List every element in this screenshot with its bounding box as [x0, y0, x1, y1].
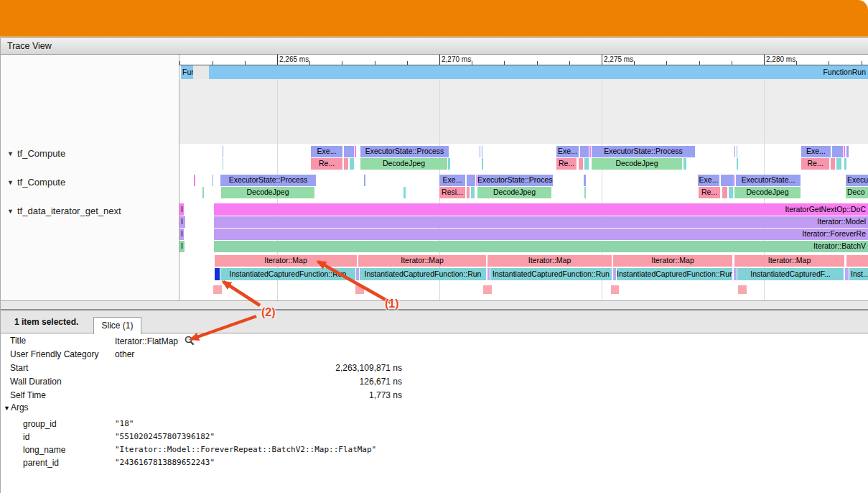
slice-decodejpeg[interactable]: DecodeJpeg — [360, 158, 447, 170]
magnifier-icon[interactable] — [185, 336, 195, 348]
slice-decodejpeg[interactable]: DecodeJpeg — [477, 187, 551, 198]
slice-instantiatedcapturedf[interactable]: InstantiatedCapturedF... — [737, 268, 844, 280]
slice-slice[interactable] — [683, 158, 686, 170]
slice-slice[interactable] — [737, 158, 738, 170]
slice-re[interactable]: Re... — [556, 158, 577, 170]
slice-slice[interactable] — [584, 187, 586, 198]
slice-iterator-model[interactable]: Iterator::Model — [214, 216, 868, 228]
slice-slice[interactable] — [482, 146, 482, 157]
slice-slice[interactable] — [844, 146, 845, 157]
slice-iterator-foreverre[interactable]: Iterator::ForeverRe — [214, 229, 868, 240]
slice-instantiatedcapturedfunction-run[interactable]: InstantiatedCapturedFunction::Run — [617, 268, 732, 280]
slice-slice[interactable] — [483, 285, 492, 294]
slice-exe[interactable]: Exe... — [311, 146, 342, 157]
slice-functionrun[interactable]: FunctionRun — [209, 65, 868, 79]
slice-fun[interactable]: Fun — [181, 65, 193, 79]
slice-slice[interactable] — [738, 285, 747, 294]
slice-decodejpeg[interactable]: DecodeJpeg — [592, 158, 682, 170]
slice-slice[interactable] — [471, 187, 475, 198]
slice-slice[interactable] — [476, 175, 477, 186]
slice-slice[interactable] — [722, 187, 727, 198]
args-toggle[interactable]: ▼Args — [4, 402, 147, 414]
slice-i[interactable]: I — [179, 241, 185, 252]
slice-slice[interactable] — [213, 175, 213, 186]
slice-executorstate-process[interactable]: ExecutorState::Process — [592, 146, 695, 157]
slice-executorstate-process[interactable]: ExecutorState::Process — [477, 175, 553, 186]
slice-slice[interactable] — [584, 175, 586, 186]
slice-slice[interactable] — [403, 187, 406, 198]
slice-decodejpeg[interactable]: DecodeJpeg — [734, 187, 801, 198]
slice-executorstate-process[interactable]: ExecutorState::Process — [220, 175, 316, 186]
slice-slice[interactable] — [721, 175, 734, 186]
slice-slice[interactable] — [355, 146, 356, 157]
slice-slice[interactable] — [480, 146, 480, 157]
slice-slice[interactable] — [845, 268, 849, 280]
slice-slice[interactable] — [364, 175, 365, 186]
slice-iterator-map[interactable]: Iterator::Map — [613, 255, 732, 267]
slice-re[interactable]: Re... — [311, 158, 342, 170]
slice-slice[interactable] — [482, 158, 483, 170]
slice-resi[interactable]: Resi... — [439, 187, 465, 198]
slice-i[interactable]: I — [179, 203, 184, 216]
slice-re[interactable]: Re... — [699, 187, 720, 198]
slice-iterator-map[interactable]: Iterator::Map — [358, 255, 486, 267]
timeline-canvas[interactable]: FunFunctionRunExe...ExecutorState::Proce… — [179, 55, 868, 300]
panel-splitter[interactable] — [0, 300, 868, 310]
sidebar-item-tf-compute[interactable]: ▼tf_Compute — [0, 147, 178, 160]
slice-slice[interactable] — [202, 187, 204, 198]
slice-inst[interactable]: Inst... — [849, 268, 868, 280]
slice-slice[interactable] — [589, 146, 591, 157]
slice-slice[interactable] — [193, 65, 209, 79]
slice-slice[interactable] — [734, 175, 735, 186]
slice-iteratorgetnextop-doc[interactable]: IteratorGetNextOp::DoC — [214, 203, 868, 216]
slice-slice[interactable] — [846, 255, 868, 267]
slice-slice[interactable] — [580, 146, 589, 157]
slice-slice[interactable] — [832, 146, 843, 157]
slice-exe[interactable]: Exe... — [801, 146, 831, 157]
slice-iterator-batchv[interactable]: Iterator::BatchV — [214, 241, 868, 252]
slice-slice[interactable] — [831, 158, 835, 170]
slice-iterator-map[interactable]: Iterator::Map — [215, 255, 357, 267]
slice-exe[interactable]: Exe... — [439, 175, 465, 186]
slice-exe[interactable]: Exe... — [556, 146, 579, 157]
slice-slice[interactable] — [734, 146, 735, 157]
slice-slice[interactable] — [584, 158, 589, 170]
slice-slice[interactable] — [344, 158, 348, 170]
slice-deco[interactable]: Deco — [846, 187, 868, 198]
slice-slice[interactable] — [836, 158, 841, 170]
slice-slice[interactable] — [223, 146, 223, 157]
slice-executorstate-process[interactable]: ExecutorState::Process — [360, 146, 449, 157]
slice-slice[interactable] — [611, 285, 619, 294]
slice-slice[interactable] — [613, 268, 616, 280]
slice-slice[interactable] — [467, 175, 475, 186]
slice-iterator-map[interactable]: Iterator::Map — [487, 255, 612, 267]
slice-executorstate[interactable]: ExecutorState... — [736, 175, 801, 186]
slice-slice[interactable] — [846, 146, 849, 157]
slice-slice[interactable] — [579, 158, 583, 170]
sidebar-item-tf-data-iterator-get-next[interactable]: ▼tf_data_iterator_get_next — [0, 205, 178, 217]
slice-slice[interactable] — [355, 285, 364, 294]
slice-slice[interactable] — [213, 285, 222, 294]
slice-slice[interactable] — [734, 268, 737, 280]
slice-slice[interactable] — [737, 146, 737, 157]
slice-slice[interactable] — [194, 175, 195, 186]
slice-instantiatedcapturedfunction-run[interactable]: InstantiatedCapturedFunction::Run — [220, 268, 355, 280]
slice-execut[interactable]: Execut — [846, 175, 868, 186]
slice-instantiatedcapturedfunction-run[interactable]: InstantiatedCapturedFunction::Run — [490, 268, 612, 280]
slice-slice[interactable] — [344, 146, 354, 157]
slice-instantiatedcapturedfunction-run[interactable]: InstantiatedCapturedFunction::Run — [360, 268, 486, 280]
tab-slice[interactable]: Slice (1) — [93, 317, 141, 334]
slice-slice[interactable] — [487, 268, 490, 280]
slice-slice[interactable] — [356, 268, 359, 280]
slice-exe[interactable]: Exe... — [698, 175, 719, 186]
slice-decodejpeg[interactable]: DecodeJpeg — [221, 187, 314, 198]
slice-slice[interactable] — [223, 158, 223, 170]
slice-slice[interactable] — [448, 158, 450, 170]
slice-slice[interactable] — [215, 268, 220, 280]
slice-slice[interactable] — [467, 187, 470, 198]
slice-i[interactable]: I — [179, 216, 185, 228]
slice-slice[interactable] — [844, 158, 846, 170]
slice-re[interactable]: Re... — [801, 158, 829, 170]
slice-i[interactable]: I — [179, 229, 184, 240]
slice-slice[interactable] — [729, 187, 733, 198]
